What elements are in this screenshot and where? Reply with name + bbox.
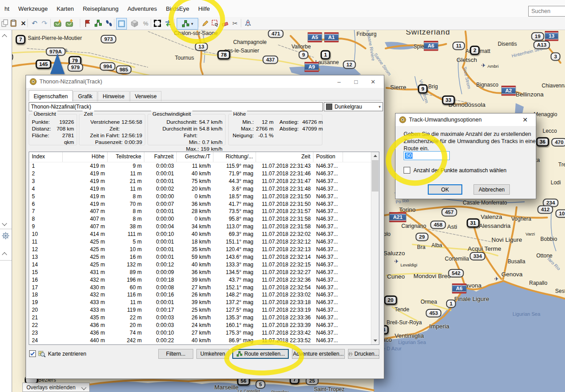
track-point-row[interactable]: 3419 m21 m0:00:0175 km/h44.3° mag11.07.2… — [29, 178, 371, 185]
gear-icon[interactable] — [1, 231, 10, 242]
menu-item-adventures[interactable]: Adventures — [123, 4, 161, 13]
track-point-row[interactable]: 5419 m8 m0:00:000 km/h18.5° mag11.07.201… — [29, 193, 371, 200]
scroll-thumb[interactable] — [372, 160, 378, 192]
table-cell: 11.07.2018 22:33:19 — [256, 306, 313, 314]
table-cell: 11.07.2018 22:33:52 — [256, 337, 313, 344]
scroll-up-button-2[interactable] — [3, 250, 6, 258]
scroll-up-arrow[interactable] — [371, 152, 379, 160]
table-cell: N46.37... — [313, 162, 343, 170]
close-icon[interactable]: ✕ — [366, 76, 380, 87]
menu-item-karten[interactable]: Karten — [52, 4, 78, 13]
drucken-button[interactable]: Drucken... — [348, 349, 379, 359]
maximize-button[interactable]: □ — [349, 76, 363, 87]
dialog-title-bar[interactable]: Track-Umwandlungsoptionen ✕ — [396, 113, 536, 126]
column-header-1[interactable]: Index — [29, 152, 63, 162]
track-point-row[interactable]: 16432 m196 m0:00:1839 km/h43.7° mag11.07… — [29, 276, 371, 284]
menu-item-hilfe[interactable]: Hilfe — [194, 4, 214, 13]
scroll-down-arrow[interactable] — [371, 337, 379, 344]
column-header-8[interactable]: Position — [313, 152, 343, 162]
track-point-row[interactable]: 23436 m74 m0:00:1027 km/h175.3° mag11.07… — [29, 329, 371, 337]
table-header[interactable]: IndexHöheTeilstreckeFahrzeitGeschw./TRic… — [29, 152, 371, 162]
close-icon[interactable]: ✕ — [518, 114, 532, 125]
redo-button[interactable]: ↷ — [39, 18, 49, 29]
track-point-row[interactable]: 9407 m38 m0:00:0434 km/h113.0° mag11.07.… — [29, 223, 371, 231]
menu-item-werkzeuge[interactable]: Werkzeuge — [14, 4, 52, 13]
table-cell: 160.1° mag — [213, 322, 256, 329]
new-route-button[interactable] — [93, 18, 103, 29]
zoom-percent-button[interactable]: % — [141, 18, 151, 29]
adventure-erstellen-button[interactable]: Adventure erstellen... — [292, 349, 345, 359]
new-track-button[interactable] — [104, 18, 114, 29]
cancel-button[interactable]: Abbrechen — [474, 184, 510, 195]
center-map-checkbox[interactable]: Karte zentrieren — [29, 350, 86, 357]
lasso-select-button[interactable] — [210, 18, 220, 29]
selection-tool-button[interactable] — [116, 18, 127, 30]
new-waypoint-button[interactable] — [83, 18, 92, 29]
track-point-row[interactable]: 21435 m22 m0:00:0326 km/h135.3° mag11.07… — [29, 314, 371, 322]
table-cell: 75 km/h — [177, 178, 213, 185]
rocket-button[interactable] — [243, 18, 253, 29]
stat-value: 708 km — [56, 126, 74, 132]
dialog-title-bar[interactable]: Thonon-Nizzafinal(Track) – □ ✕ — [26, 75, 384, 88]
column-header-5[interactable]: Geschw./T — [177, 152, 213, 162]
track-point-row[interactable]: 8407 m8 m0:00:000 km/h95.8° mag11.07.201… — [29, 215, 371, 223]
track-point-row[interactable]: 17430 m60 m0:00:0827 km/h152.1° mag11.07… — [29, 284, 371, 292]
track-point-row[interactable]: 2419 m11 m0:00:0140 km/h71.9° mag11.07.2… — [29, 170, 371, 178]
track-point-row[interactable]: 1419 m9 m0:00:0311 km/h115.9° mag11.07.2… — [29, 162, 371, 170]
menu-item-reiseplanung[interactable]: Reiseplanung — [78, 4, 123, 13]
track-name-input[interactable] — [29, 102, 323, 111]
sync-button[interactable] — [163, 18, 173, 29]
track-point-row[interactable]: 12425 m10 m0:00:0135 km/h120.4° mag11.07… — [29, 246, 371, 253]
max-viapoints-input[interactable]: 50 — [404, 151, 450, 160]
track-point-row[interactable]: 6419 m70 m0:00:0736 km/h41.7° mag11.07.2… — [29, 200, 371, 208]
track-point-row[interactable]: 7407 m8 m0:00:0128 km/h73.5° mag11.07.20… — [29, 208, 371, 215]
menu-item-birdseye[interactable]: BirdsEye — [161, 4, 194, 13]
column-header-3[interactable]: Teilstrecke — [108, 152, 144, 162]
convert-track-to-route-button[interactable]: ▾ — [177, 18, 198, 30]
track-point-row[interactable]: 4419 m11 m0:00:0220 km/h3.6° mag11.07.20… — [29, 185, 371, 193]
track-point-row[interactable]: 10414 m111 m0:00:1040 km/h69.3° mag11.07… — [29, 231, 371, 238]
divide-button[interactable]: ✂ — [230, 18, 240, 29]
view-3d-button[interactable] — [130, 18, 139, 29]
track-point-row[interactable]: 19433 m11 m0:00:0139 km/h137.2° mag11.07… — [29, 299, 371, 306]
track-point-row[interactable]: 24440 m242 m0:00:2240 km/h86.9° mag11.07… — [29, 337, 371, 344]
send-to-device-button[interactable] — [53, 18, 63, 29]
track-point-row[interactable]: 15431 m89 m0:00:0936 km/h134.5° mag11.07… — [29, 269, 371, 276]
ok-button[interactable]: OK — [428, 184, 462, 195]
draw-button[interactable] — [200, 18, 210, 29]
umkehrenbutton[interactable]: Umkehren — [196, 349, 229, 359]
route-erstellen-button[interactable]: Route erstellen... — [232, 349, 289, 359]
column-header-7[interactable]: Zeit — [256, 152, 313, 162]
track-point-row[interactable]: 13425 m16 m0:00:0159 km/h143.6° mag11.07… — [29, 253, 371, 261]
track-point-row[interactable]: 14425 m132 m0:00:1240 km/h133.3° mag11.0… — [29, 261, 371, 269]
overlays-dropdown[interactable]: Overlays einblenden — [22, 383, 90, 392]
search-input[interactable] — [528, 6, 565, 17]
paste-button[interactable] — [9, 18, 18, 29]
table-cell: 419 m — [63, 178, 108, 185]
menu-item-ht[interactable]: ht — [0, 4, 14, 13]
track-color-dropdown[interactable]: Dunkelgrau ▾ — [324, 102, 383, 111]
filtern-button[interactable]: Filtern... — [158, 349, 193, 359]
track-point-row[interactable]: 18432 m116 m0:00:1626 km/h148.2° mag11.0… — [29, 291, 371, 299]
stat-cell — [274, 132, 299, 139]
table-cell: 0:00:08 — [144, 284, 177, 292]
scroll-down-button[interactable] — [3, 219, 6, 227]
full-extent-button[interactable] — [152, 18, 162, 29]
undo-button[interactable]: ↶ — [30, 18, 39, 29]
receive-from-device-button[interactable] — [65, 18, 74, 29]
column-header-4[interactable]: Fahrzeit — [144, 152, 177, 162]
minimize-button[interactable]: – — [332, 76, 346, 87]
tab-eigenschaften[interactable]: Eigenschaften — [29, 90, 73, 101]
vertical-scrollbar[interactable] — [371, 152, 379, 344]
color-swatch — [326, 104, 332, 110]
delete-button[interactable]: ✕ — [18, 18, 28, 29]
column-header-6[interactable]: Richtung/... — [213, 152, 256, 162]
auto-points-checkbox[interactable]: Anzahl der Punkte automatisch wählen — [404, 167, 506, 174]
track-point-row[interactable]: 20433 m119 m0:00:1725 km/h127.5° mag11.0… — [29, 306, 371, 314]
scroll-up-button[interactable] — [3, 32, 6, 40]
track-point-row[interactable]: 11425 m5 m0:00:0118 km/h151.1° mag11.07.… — [29, 238, 371, 246]
track-point-row[interactable]: 22436 m20 m0:00:0324 km/h160.1° mag11.07… — [29, 322, 371, 329]
table-cell: 11.07.2018 22:31:47 — [256, 178, 313, 185]
column-header-2[interactable]: Höhe — [63, 152, 108, 162]
eraser-button[interactable] — [220, 18, 230, 29]
